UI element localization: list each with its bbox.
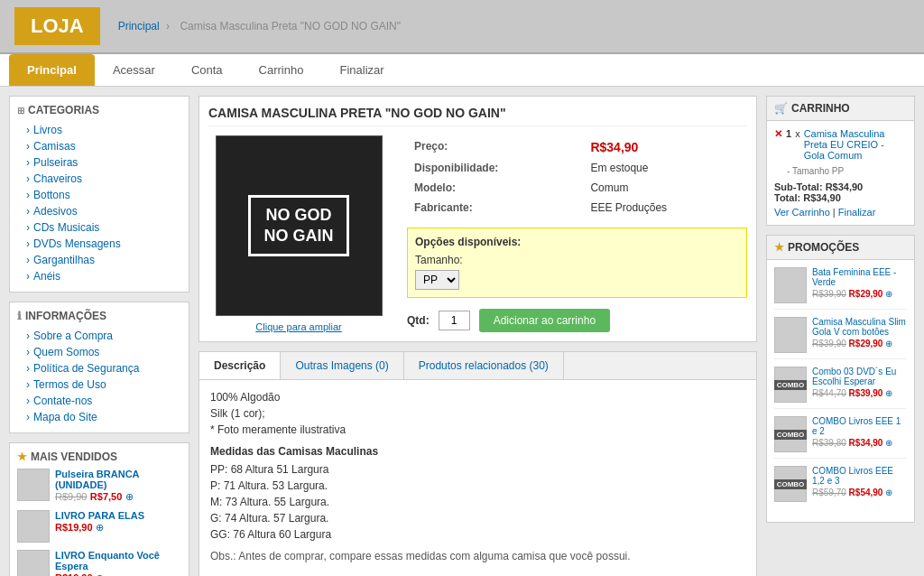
- total-value: R$34,90: [803, 192, 841, 203]
- nav-item-acessar[interactable]: Acessar: [95, 54, 173, 86]
- price-value: R$34,90: [585, 137, 745, 157]
- tab-outras-imagens-(0)[interactable]: Outras Imagens (0): [281, 352, 403, 379]
- info-link[interactable]: Sobre a Compra: [17, 328, 181, 344]
- promo-name[interactable]: COMBO Livros EEE 1 e 2: [812, 416, 907, 436]
- promo-name[interactable]: Bata Feminina EEE - Verde: [812, 267, 907, 287]
- size-select[interactable]: PPPMGGG: [415, 270, 459, 290]
- availability-label: Disponibilidade:: [409, 159, 583, 177]
- tabs-content: 100% Algodão Silk (1 cor); * Foto merame…: [199, 380, 756, 576]
- star-icon: ★: [17, 451, 27, 463]
- bestseller-img: [17, 550, 50, 576]
- qty-input[interactable]: [439, 311, 470, 330]
- bestseller-price-old: R$9,90: [55, 491, 87, 502]
- measure-row: GG: 76 Altura 60 Largura: [210, 528, 745, 541]
- category-link[interactable]: DVDs Mensagens: [17, 236, 181, 252]
- tabs-header: DescriçãoOutras Imagens (0)Produtos rela…: [199, 352, 756, 380]
- bestseller-name[interactable]: LIVRO Enquanto Você Espera: [55, 550, 181, 571]
- promo-add-btn[interactable]: ⊕: [885, 388, 892, 398]
- info-link[interactable]: Contate-nos: [17, 393, 181, 409]
- bestseller-name[interactable]: LIVRO PARA ELAS: [55, 510, 181, 521]
- info-icon: ℹ: [17, 310, 22, 322]
- promo-item: Bata Feminina EEE - Verde R$39,90 R$29,9…: [774, 267, 907, 310]
- product-body: NO GOD NO GAIN Clique para ampliar Preço…: [208, 135, 747, 332]
- info-link[interactable]: Quem Somos: [17, 344, 181, 360]
- promo-add-btn[interactable]: ⊕: [885, 438, 892, 448]
- categories-title: ⊞ CATEGORIAS: [17, 104, 181, 116]
- promo-price-old: R$39,80: [812, 438, 846, 448]
- category-link[interactable]: CDs Musicais: [17, 219, 181, 236]
- size-label: Tamanho:: [415, 254, 739, 266]
- promo-add-btn[interactable]: ⊕: [885, 339, 892, 348]
- qty-label: Qtd:: [407, 314, 430, 327]
- category-link[interactable]: Pulseiras: [17, 154, 181, 171]
- promo-price-new: R$29,90: [849, 289, 883, 299]
- nav-item-principal[interactable]: Principal: [9, 54, 95, 86]
- breadcrumb-current: Camisa Masculina Preta "NO GOD NO GAIN": [180, 20, 401, 33]
- promo-name[interactable]: COMBO Livros EEE 1,2 e 3: [812, 466, 907, 486]
- category-link[interactable]: Adesivos: [17, 203, 181, 219]
- bestseller-name[interactable]: Pulseira BRANCA (UNIDADE): [55, 469, 181, 490]
- grid-icon: ⊞: [17, 106, 24, 116]
- category-item: Chaveiros: [17, 171, 181, 187]
- breadcrumb-sep: ›: [166, 20, 170, 33]
- product-section: CAMISA MASCULINA PRETA "NO GOD NO GAIN" …: [199, 96, 757, 342]
- promo-img: [774, 267, 807, 303]
- cart-remove-btn[interactable]: ✕: [774, 128, 782, 161]
- bestseller-price-new: R$19,90: [55, 572, 93, 576]
- promo-item: COMBO COMBO Livros EEE 1 e 2 R$39,80 R$3…: [774, 416, 907, 459]
- promo-item: COMBO Combo 03 DVD´s Eu Escolhi Esperar …: [774, 367, 907, 409]
- add-cart-row: Qtd: Adicionar ao carrinho: [407, 309, 747, 332]
- options-title: Opções disponíveis:: [415, 236, 739, 248]
- nav-item-conta[interactable]: Conta: [173, 54, 241, 86]
- promo-prices: R$39,90 R$29,90 ⊕: [812, 289, 907, 299]
- sidebar: ⊞ CATEGORIAS LivrosCamisasPulseirasChave…: [9, 96, 189, 576]
- category-link[interactable]: Anéis: [17, 268, 181, 284]
- promo-img: COMBO: [774, 416, 807, 452]
- tab-produtos-relacionados-(30)[interactable]: Produtos relacionados (30): [404, 352, 564, 379]
- image-zoom-link[interactable]: Clique para ampliar: [208, 321, 389, 332]
- nav-item-finalizar[interactable]: Finalizar: [321, 54, 402, 86]
- cart-title: 🛒 CARRINHO: [767, 97, 914, 121]
- bestseller-add-btn[interactable]: ⊕: [96, 522, 104, 533]
- category-link[interactable]: Gargantilhas: [17, 252, 181, 268]
- add-cart-button[interactable]: Adicionar ao carrinho: [479, 309, 610, 332]
- promo-prices: R$39,90 R$29,90 ⊕: [812, 339, 907, 348]
- promo-price-new: R$34,90: [849, 438, 883, 448]
- info-link[interactable]: Termos de Uso: [17, 376, 181, 393]
- breadcrumb: Principal › Camisa Masculina Preta "NO G…: [118, 20, 404, 33]
- bestseller-add-btn[interactable]: ⊕: [96, 572, 104, 576]
- promo-name[interactable]: Combo 03 DVD´s Eu Escolhi Esperar: [812, 367, 907, 386]
- promo-name[interactable]: Camisa Masculina Slim Gola V com botões: [812, 317, 907, 337]
- category-link[interactable]: Chaveiros: [17, 171, 181, 187]
- promo-add-btn[interactable]: ⊕: [885, 289, 892, 299]
- promo-price-new: R$29,90: [849, 339, 883, 348]
- breadcrumb-home[interactable]: Principal: [118, 20, 160, 33]
- measure-row: G: 74 Altura. 57 Largura.: [210, 512, 745, 525]
- manufacturer-label: Fabricante:: [409, 199, 583, 217]
- info-item: Mapa do Site: [17, 409, 181, 425]
- view-cart-link[interactable]: Ver Carrinho: [774, 207, 830, 218]
- nav-item-carrinho[interactable]: Carrinho: [241, 54, 322, 86]
- main: ⊞ CATEGORIAS LivrosCamisasPulseirasChave…: [0, 87, 924, 576]
- bestseller-img: [17, 469, 50, 501]
- category-item: Livros: [17, 122, 181, 138]
- cart-links: Ver Carrinho | Finalizar: [774, 207, 907, 218]
- checkout-link[interactable]: Finalizar: [838, 207, 876, 218]
- categories-list: LivrosCamisasPulseirasChaveirosBottonsAd…: [17, 122, 181, 284]
- tabs-section: DescriçãoOutras Imagens (0)Produtos rela…: [199, 351, 757, 576]
- product-image[interactable]: NO GOD NO GAIN: [216, 135, 383, 316]
- cart-item-name: Camisa Masculina Preta EU CREIO - Gola C…: [804, 128, 907, 161]
- category-item: Adesivos: [17, 203, 181, 219]
- measures-title: Medidas das Camisas Maculinas: [210, 445, 745, 458]
- promo-add-btn[interactable]: ⊕: [885, 488, 892, 497]
- category-link[interactable]: Camisas: [17, 138, 181, 154]
- bestseller-add-btn[interactable]: ⊕: [125, 491, 134, 502]
- category-link[interactable]: Bottons: [17, 187, 181, 203]
- bestsellers-list: Pulseira BRANCA (UNIDADE) R$9,90 R$7,50 …: [17, 469, 181, 576]
- info-link[interactable]: Política de Segurança: [17, 360, 181, 376]
- info-link[interactable]: Mapa do Site: [17, 409, 181, 425]
- category-item: Bottons: [17, 187, 181, 203]
- category-link[interactable]: Livros: [17, 122, 181, 138]
- tab-descrição[interactable]: Descrição: [199, 352, 281, 379]
- cart-section: 🛒 CARRINHO ✕ 1 x Camisa Masculina Preta …: [766, 96, 915, 226]
